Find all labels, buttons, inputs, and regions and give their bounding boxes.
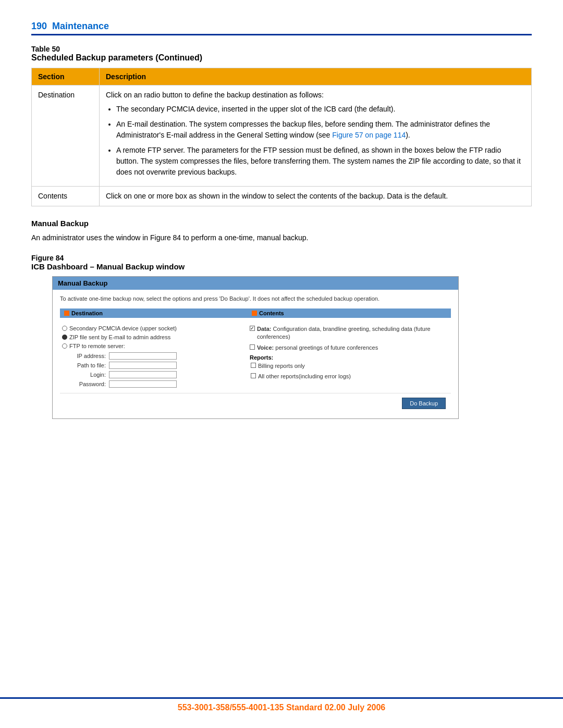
section-number: 190 — [31, 21, 47, 31]
figure-number: Figure 84 — [31, 254, 532, 262]
contents-header-text: Contents — [259, 310, 284, 316]
reports-options: Billing reports only All other reports(i… — [251, 362, 449, 381]
bullet-2: An E-mail destination. The system compre… — [116, 119, 525, 141]
reports-label: Reports: — [250, 354, 449, 361]
billing-reports-label: Billing reports only — [258, 362, 305, 370]
billing-checkbox-box — [251, 363, 256, 368]
contents-col-header: Contents — [248, 309, 451, 318]
ftp-login-row: Login: — [69, 371, 246, 378]
ftp-path-row: Path to file: — [69, 362, 246, 369]
all-reports-checkbox[interactable]: All other reports(including error logs) — [251, 373, 449, 380]
radio-label-1: Secondary PCMCIA device (upper socket) — [69, 325, 177, 331]
destination-bullets: The secondary PCMCIA device, inserted in… — [106, 104, 525, 178]
ftp-login-input[interactable] — [109, 371, 177, 378]
ftp-path-label: Path to file: — [69, 362, 106, 368]
section-title-text: Maintenance — [52, 21, 109, 31]
backup-window-body: To activate one-time backup now, select … — [53, 290, 458, 418]
section-title: 190 Maintenance — [31, 21, 109, 31]
destination-icon — [64, 311, 69, 316]
ftp-ip-label: IP address: — [69, 353, 106, 359]
backup-destination-col: Secondary PCMCIA device (upper socket) Z… — [60, 322, 248, 393]
ftp-password-row: Password: — [69, 380, 246, 388]
contents-cell: Contents — [32, 187, 100, 206]
ftp-ip-input[interactable] — [109, 352, 177, 360]
ftp-ip-row: IP address: — [69, 352, 246, 360]
ftp-password-input[interactable] — [109, 380, 177, 388]
figure-link[interactable]: Figure 57 on page 114 — [332, 131, 406, 139]
ftp-password-label: Password: — [69, 381, 106, 387]
destination-desc-cell: Click on an radio button to define the b… — [100, 85, 532, 187]
data-checkbox-box — [250, 326, 255, 331]
radio-email[interactable]: ZIP file sent by E-mail to admin address — [62, 334, 246, 340]
manual-backup-section: Manual Backup An administrator uses the … — [31, 219, 532, 243]
bullet-1: The secondary PCMCIA device, inserted in… — [116, 104, 525, 115]
data-checkbox[interactable]: Data: Configuration data, brandline gree… — [250, 325, 449, 341]
do-backup-bar: Do Backup — [60, 393, 451, 413]
radio-ftp[interactable]: FTP to remote server: — [62, 343, 246, 349]
table-heading: Table 50 Scheduled Backup parameters (Co… — [31, 45, 532, 63]
section-header: 190 Maintenance — [31, 21, 532, 35]
radio-circle-1 — [62, 326, 67, 331]
table-title: Scheduled Backup parameters (Continued) — [31, 53, 532, 63]
destination-intro: Click on an radio button to define the b… — [106, 91, 324, 99]
destination-col-header: Destination — [60, 309, 248, 318]
content-table: Section Description Destination Click on… — [31, 68, 532, 206]
manual-backup-heading: Manual Backup — [31, 219, 532, 228]
radio-circle-3 — [62, 343, 67, 349]
data-checkbox-label: Data: Configuration data, brandline gree… — [257, 325, 449, 341]
table-row-destination: Destination Click on an radio button to … — [32, 85, 532, 187]
page-footer: 553-3001-358/555-4001-135 Standard 02.00… — [0, 697, 563, 712]
figure-title-block: Figure 84 ICB Dashboard – Manual Backup … — [31, 254, 532, 271]
manual-backup-desc: An administrator uses the window in Figu… — [31, 232, 532, 243]
contents-desc-cell: Click on one or more box as shown in the… — [100, 187, 532, 206]
voice-bold: Voice: — [257, 344, 274, 351]
all-reports-label: All other reports(including error logs) — [258, 373, 351, 380]
bullet-3: A remote FTP server. The parameters for … — [116, 145, 525, 178]
figure-caption: ICB Dashboard – Manual Backup window — [31, 262, 532, 271]
destination-header-text: Destination — [71, 310, 103, 316]
ftp-fields: IP address: Path to file: Login: — [69, 352, 246, 388]
backup-notice: To activate one-time backup now, select … — [60, 295, 451, 303]
table-number: Table 50 — [31, 45, 532, 53]
do-backup-button[interactable]: Do Backup — [402, 398, 446, 409]
contents-icon — [252, 311, 257, 316]
data-bold: Data: — [257, 326, 272, 332]
ftp-login-label: Login: — [69, 372, 106, 378]
billing-reports-checkbox[interactable]: Billing reports only — [251, 362, 449, 370]
page-container: 190 Maintenance Table 50 Scheduled Backu… — [0, 0, 563, 728]
backup-window-titlebar: Manual Backup — [53, 277, 458, 290]
voice-checkbox[interactable]: Voice: personal greetings of future conf… — [250, 344, 449, 352]
voice-checkbox-label: Voice: personal greetings of future conf… — [257, 344, 378, 352]
col-section-header: Section — [32, 68, 100, 85]
radio-circle-2 — [62, 335, 67, 340]
figure-section: Figure 84 ICB Dashboard – Manual Backup … — [31, 254, 532, 418]
voice-checkbox-box — [250, 344, 255, 350]
destination-cell: Destination — [32, 85, 100, 187]
backup-contents-col: Data: Configuration data, brandline gree… — [248, 322, 451, 393]
all-reports-checkbox-box — [251, 373, 256, 378]
ftp-path-input[interactable] — [109, 362, 177, 369]
radio-label-3: FTP to remote server: — [69, 343, 125, 349]
radio-label-2: ZIP file sent by E-mail to admin address — [69, 334, 170, 340]
footer-text: 553-3001-358/555-4001-135 Standard 02.00… — [178, 703, 386, 712]
backup-column-headers: Destination Contents — [60, 309, 451, 318]
radio-secondary-pcmcia[interactable]: Secondary PCMCIA device (upper socket) — [62, 325, 246, 331]
table-row-contents: Contents Click on one or more box as sho… — [32, 187, 532, 206]
backup-two-col: Secondary PCMCIA device (upper socket) Z… — [60, 322, 451, 393]
backup-window: Manual Backup To activate one-time backu… — [52, 276, 459, 418]
backup-window-title: Manual Backup — [58, 279, 107, 287]
col-description-header: Description — [100, 68, 532, 85]
